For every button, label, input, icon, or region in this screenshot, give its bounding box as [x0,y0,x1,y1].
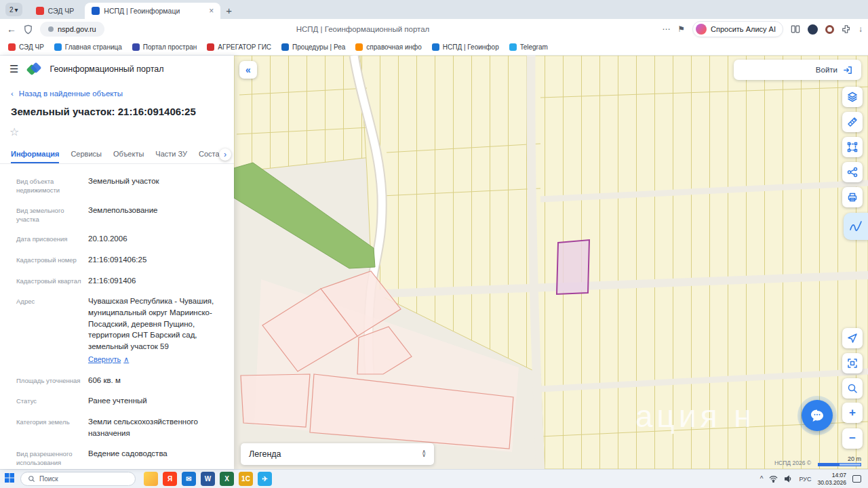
time: 14:07 [832,472,846,479]
tab-nspd-active[interactable]: НСПД | Геоинформаци × [85,3,220,19]
legend-toggle-icon[interactable]: ∧∨ [422,451,426,458]
alice-button[interactable]: Спросить Алису AI [692,21,783,37]
split-tabs-icon[interactable] [791,24,800,34]
tab-favicon [36,7,44,15]
bookmark-favicon [509,43,517,51]
bookmark-label: АГРЕГАТОР ГИС [218,43,271,51]
tab-parts[interactable]: Части ЗУ [155,144,187,163]
layers-button[interactable] [842,87,863,107]
language-indicator[interactable]: РУС [799,476,811,483]
tab-objects[interactable]: Объекты [113,144,144,163]
geoportal-app: ☰ Геоинформационный портал ‹ Назад в най… [0,56,868,469]
zoom-controls: + − [842,403,863,449]
taskbar-search[interactable]: Поиск [20,472,136,486]
tabs-scroll-button[interactable]: › [219,148,231,161]
site-icon [48,26,54,32]
protect-shield-icon[interactable] [23,24,33,35]
bookmark-item[interactable]: Процедуры | Реа [281,43,345,51]
measure-button[interactable] [842,112,863,132]
bookmark-favicon [54,43,62,51]
app-icon-yandex-browser[interactable]: Я [163,472,177,486]
close-icon[interactable]: × [209,6,214,16]
scale-label: 20 m [848,455,861,462]
app-icon-word[interactable]: W [201,472,215,486]
record-icon[interactable] [825,25,834,34]
selected-parcel[interactable] [557,240,589,294]
map-toolbar-top [842,87,863,207]
bookmark-label: Процедуры | Реа [292,43,345,51]
app-icon-telegram[interactable]: ✈ [258,472,272,486]
new-tab-button[interactable]: + [226,5,232,16]
bookmark-item[interactable]: Портал простран [132,43,197,51]
object-info-panel: ☰ Геоинформационный портал ‹ Назад в най… [0,56,234,469]
locate-button[interactable] [842,328,863,348]
field-row: Кадастровый номер21:16:091406:25 [0,249,234,270]
clock[interactable]: 14:07 30.03.2026 [817,472,846,486]
object-title: Земельный участок: 21:16:091406:25 [0,99,234,120]
url-chip[interactable]: nspd.gov.ru [40,22,104,37]
draw-tool-button[interactable] [844,213,868,240]
location-arrow-icon [847,333,858,344]
map-toolbar-bottom [842,328,863,399]
tab-sed-chr[interactable]: СЭД ЧР [29,3,81,19]
login-button[interactable]: Войти [734,60,861,80]
bookmark-flag-icon[interactable]: ⚑ [677,24,685,34]
zoom-out-button[interactable]: − [842,428,863,449]
zoom-in-button[interactable]: + [842,403,863,423]
profile-chip[interactable]: 2 ▾ [5,3,22,16]
legend-bar[interactable]: Легенда ∧∨ [241,443,434,465]
print-button[interactable] [842,187,863,207]
app-icon-photos[interactable] [144,472,158,486]
map-canvas[interactable]: ация н [234,56,868,469]
bookmark-item[interactable]: НСПД | Геоинфор [432,43,499,51]
bookmark-item[interactable]: СЭД ЧР [8,43,44,51]
bookmark-item[interactable]: Главная страница [54,43,122,51]
tray-expand-icon[interactable]: ^ [760,475,764,483]
collapse-panel-button[interactable]: « [239,61,257,79]
bookmark-favicon [432,43,439,51]
notification-center-icon[interactable] [852,475,861,483]
field-row: Дата присвоения20.10.2006 [0,228,234,249]
bookmark-item[interactable]: справочная инфо [355,43,421,51]
login-icon [843,65,853,75]
tab-services[interactable]: Сервисы [71,144,102,163]
menu-icon[interactable]: ☰ [9,63,18,75]
bookmark-item[interactable]: Telegram [509,43,548,51]
back-icon[interactable]: ← [7,24,16,35]
search-area-button[interactable] [842,378,863,399]
bookmarks-bar: СЭД ЧР Главная страница Портал простран … [0,39,868,56]
layers-icon [847,92,858,102]
extensions-icon[interactable] [842,24,851,34]
share-button[interactable] [842,162,863,182]
chevron-up-icon: ∧ [123,354,129,365]
url-text: nspd.gov.ru [58,25,96,33]
draw-icon [849,220,863,233]
alice-cloud-icon[interactable] [808,24,818,35]
collapse-address-link[interactable]: Свернуть∧ [88,354,129,365]
back-link-label: Назад в найденные объекты [19,89,123,98]
chat-button[interactable] [802,400,833,431]
volume-icon[interactable] [784,474,793,483]
tab-label: СЭД ЧР [48,7,75,15]
field-row: Вид разрешенного использованияВедение са… [0,443,234,469]
bookmark-label: Telegram [520,43,548,51]
bookmark-item[interactable]: АГРЕГАТОР ГИС [207,43,271,51]
app-icon-mail[interactable]: ✉ [182,472,196,486]
wifi-icon[interactable] [769,474,778,483]
app-icon-excel[interactable]: X [220,472,234,486]
bookmark-favicon [132,43,140,51]
chevron-left-icon: ‹ [11,89,14,98]
select-area-button[interactable] [842,137,863,157]
app-icon-1c[interactable]: 1С [239,472,253,486]
more-icon[interactable]: ⋯ [662,24,670,34]
field-row: Вид объекта недвижимостиЗемельный участо… [0,171,234,200]
back-to-results-link[interactable]: ‹ Назад в найденные объекты [0,79,234,99]
start-button[interactable] [4,472,15,486]
extent-button[interactable] [842,353,863,373]
downloads-icon[interactable]: ↓ [859,24,863,34]
favorite-star-icon[interactable]: ☆ [9,126,19,138]
tab-information[interactable]: Информация [11,144,59,163]
bookmark-favicon [8,43,16,51]
object-fields: Вид объекта недвижимостиЗемельный участо… [0,164,234,469]
share-icon [847,167,858,178]
